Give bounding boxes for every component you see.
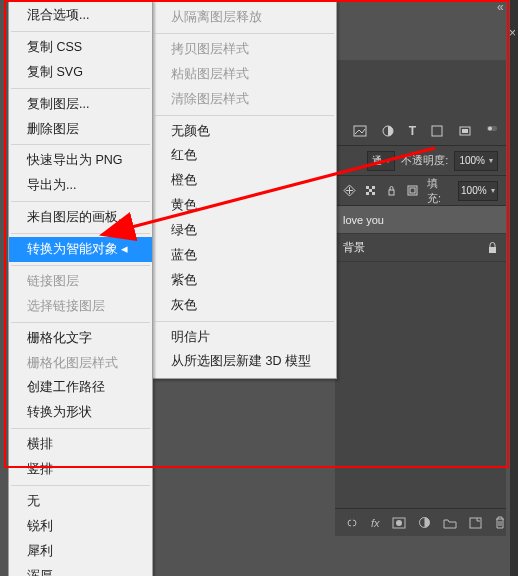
filter-toggle-icon[interactable] [486, 124, 498, 138]
menu-item[interactable]: 复制 CSS [9, 35, 152, 60]
menu-item[interactable]: 横排 [9, 432, 152, 457]
svg-rect-14 [410, 188, 415, 193]
layers-bottom-bar: fx [335, 508, 506, 536]
menu-item[interactable]: 明信片 [153, 325, 336, 350]
menu-item[interactable]: 无颜色 [153, 119, 336, 144]
svg-rect-11 [372, 192, 375, 195]
menu-separator [11, 144, 150, 145]
menu-separator [11, 201, 150, 202]
menu-separator [11, 322, 150, 323]
menu-item[interactable]: 竖排 [9, 457, 152, 482]
menu-item: 选择链接图层 [9, 294, 152, 319]
opacity-label: 不透明度: [401, 153, 448, 168]
menu-item[interactable]: 复制图层... [9, 92, 152, 117]
menu-item: 拷贝图层样式 [153, 37, 336, 62]
layers-list: love you 背景 [335, 206, 506, 262]
menu-item[interactable]: 导出为... [9, 173, 152, 198]
menu-item[interactable]: 蓝色 [153, 243, 336, 268]
layer-row[interactable]: 背景 [335, 234, 506, 262]
lock-artboard-icon[interactable] [406, 184, 419, 197]
menu-item[interactable]: 无 [9, 489, 152, 514]
blend-mode-select[interactable]: 通▾ [367, 151, 395, 171]
menu-item[interactable]: 删除图层 [9, 117, 152, 142]
menu-item[interactable]: 栅格化文字 [9, 326, 152, 351]
fill-label: 填充: [427, 176, 450, 206]
filter-image-icon[interactable] [353, 124, 367, 138]
panel-collapse-arrows[interactable]: « × [497, 0, 514, 14]
menu-separator [155, 115, 334, 116]
group-icon[interactable] [443, 517, 457, 529]
menu-item[interactable]: 快速导出为 PNG [9, 148, 152, 173]
svg-rect-8 [372, 186, 375, 189]
menu-item: 栅格化图层样式 [9, 351, 152, 376]
menu-separator [11, 31, 150, 32]
lock-move-icon[interactable] [343, 184, 356, 197]
menu-item[interactable]: 紫色 [153, 268, 336, 293]
menu-item[interactable]: 锐利 [9, 514, 152, 539]
svg-rect-15 [489, 247, 496, 253]
menu-item[interactable]: 浑厚 [9, 564, 152, 577]
submenu-arrow-icon: ◂ [118, 242, 128, 256]
svg-rect-13 [408, 186, 417, 195]
menu-item[interactable]: 复制 SVG [9, 60, 152, 85]
new-layer-icon[interactable] [469, 517, 482, 529]
menu-item[interactable]: 来自图层的画板... [9, 205, 152, 230]
menu-separator [11, 88, 150, 89]
menu-separator [155, 321, 334, 322]
menu-separator [155, 33, 334, 34]
svg-rect-4 [462, 129, 468, 133]
layer-name: love you [343, 214, 384, 226]
layer-name: 背景 [343, 240, 365, 255]
lock-fill-row: 填充: 100%▾ [335, 176, 506, 206]
close-icon[interactable]: × [509, 26, 516, 40]
filter-adjust-icon[interactable] [381, 124, 395, 138]
context-submenu: 从隔离图层释放拷贝图层样式粘贴图层样式清除图层样式无颜色红色橙色黄色绿色蓝色紫色… [152, 0, 337, 379]
link-icon[interactable] [345, 517, 359, 529]
filter-shape-icon[interactable] [430, 124, 444, 138]
menu-separator [11, 428, 150, 429]
svg-rect-12 [389, 190, 394, 195]
svg-rect-2 [432, 126, 442, 136]
menu-separator [11, 233, 150, 234]
svg-rect-7 [366, 186, 369, 189]
menu-item: 清除图层样式 [153, 87, 336, 112]
context-menu: 混合选项...复制 CSS复制 SVG复制图层...删除图层快速导出为 PNG导… [8, 0, 153, 576]
filter-text-icon[interactable]: T [409, 124, 416, 138]
layers-panel: « × T 通▾ 不透明度: 100%▾ 填充: 100%▾ love you … [335, 60, 506, 536]
svg-point-17 [396, 520, 402, 526]
layer-filter-row: T [335, 116, 506, 146]
svg-point-6 [488, 126, 492, 130]
menu-item: 从隔离图层释放 [153, 5, 336, 30]
trash-icon[interactable] [494, 516, 506, 529]
fx-icon[interactable]: fx [371, 517, 380, 529]
menu-item[interactable]: 犀利 [9, 539, 152, 564]
filter-smart-icon[interactable] [458, 124, 472, 138]
opacity-value-select[interactable]: 100%▾ [454, 151, 498, 171]
menu-item[interactable]: 橙色 [153, 168, 336, 193]
menu-item[interactable]: 灰色 [153, 293, 336, 318]
lock-position-icon[interactable] [385, 184, 398, 197]
svg-rect-10 [366, 192, 369, 195]
fill-value-select[interactable]: 100%▾ [458, 181, 498, 201]
svg-rect-9 [369, 189, 372, 192]
menu-separator [11, 265, 150, 266]
adjustment-icon[interactable] [418, 516, 431, 529]
menu-item: 粘贴图层样式 [153, 62, 336, 87]
menu-item[interactable]: 绿色 [153, 218, 336, 243]
svg-rect-19 [470, 518, 481, 528]
menu-item[interactable]: 转换为智能对象 ◂ [9, 237, 152, 262]
right-edge-strip [510, 0, 518, 576]
menu-item[interactable]: 黄色 [153, 193, 336, 218]
blend-opacity-row: 通▾ 不透明度: 100%▾ [335, 146, 506, 176]
layer-row[interactable]: love you [335, 206, 506, 234]
menu-item[interactable]: 转换为形状 [9, 400, 152, 425]
menu-separator [11, 485, 150, 486]
menu-item[interactable]: 从所选图层新建 3D 模型 [153, 349, 336, 374]
mask-icon[interactable] [392, 517, 406, 529]
lock-icon [487, 242, 498, 254]
menu-item[interactable]: 红色 [153, 143, 336, 168]
menu-item[interactable]: 混合选项... [9, 3, 152, 28]
menu-item[interactable]: 创建工作路径 [9, 375, 152, 400]
menu-item: 链接图层 [9, 269, 152, 294]
lock-pixels-icon[interactable] [364, 184, 377, 197]
